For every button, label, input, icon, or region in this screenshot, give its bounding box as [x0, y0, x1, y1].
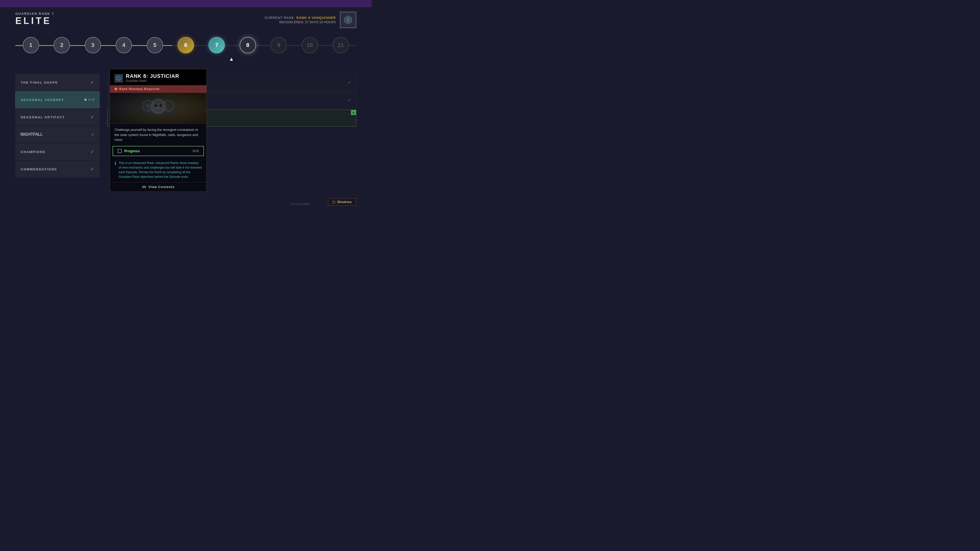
rank-badge-icon — [343, 15, 353, 25]
bottom-bar: DISCLAIMER ⬚ Dismiss — [328, 196, 356, 208]
rank-badge — [340, 12, 356, 28]
progress-label: Progress — [124, 149, 190, 153]
rank-name: ELITE — [15, 16, 54, 26]
dismiss-icon: ⬚ — [332, 200, 335, 204]
sidebar-item-nightfall-label: NIGHTFALL — [21, 132, 43, 137]
advanced-text: This is an Advanced Rank. Advanced Ranks… — [119, 161, 202, 179]
view-contents-button[interactable]: 🎮 View Contents — [142, 185, 175, 189]
rank-popup: RANK 8: JUSTICIAR Guardian Rank Rank Ren… — [110, 69, 207, 192]
dismiss-label: Dismiss — [337, 200, 352, 204]
rank-node-circle-8[interactable]: 8 — [240, 37, 256, 53]
popup-image — [110, 93, 207, 124]
popup-title-area: RANK 8: JUSTICIAR Guardian Rank — [126, 73, 179, 83]
popup-rank-subtitle: Guardian Rank — [126, 79, 179, 83]
playlist-green-corner: ⊕ — [351, 110, 356, 115]
sidebar-item-champions-label: CHAMPIONS — [21, 150, 45, 154]
rank-node-circle-6[interactable]: 6 — [178, 37, 194, 53]
rank-node-circle-10[interactable]: 10 — [302, 37, 318, 53]
sidebar-item-seasonal-artifact[interactable]: SEASONAL ARTIFACT ✓ — [15, 109, 100, 125]
sidebar-item-champions-check: ✓ — [90, 149, 94, 155]
sidebar-item-nightfall-check: ✓ — [91, 132, 94, 137]
rank-node-circle-2[interactable]: 2 — [54, 37, 70, 53]
sidebar-item-seasonal-journey-progress: 4 / 6 — [88, 98, 94, 102]
progress-checkbox — [118, 149, 122, 153]
sidebar-item-final-shape-check: ✓ — [90, 79, 94, 85]
current-rank-display: CURRENT RANK: RANK 9 VANQUISHER — [265, 16, 336, 20]
popup-shield-icon — [115, 74, 123, 83]
sidebar-item-seasonal-journey-label: SEASONAL JOURNEY — [21, 98, 64, 102]
current-rank-value: RANK 9 VANQUISHER — [296, 16, 336, 20]
svg-point-6 — [154, 104, 157, 107]
view-contents-label: View Contents — [148, 185, 175, 189]
header: GUARDIAN RANK 7 ELITE CURRENT RANK: RANK… — [0, 7, 372, 33]
rank-node-circle-4[interactable]: 4 — [116, 37, 132, 53]
rank-nodes-container: 1 2 3 4 5 6 7 8 9 10 11 — [15, 37, 356, 53]
sidebar-item-final-shape[interactable]: THE FINAL SHAPE ✓ — [15, 74, 100, 91]
view-contents-icon: 🎮 — [142, 185, 146, 189]
sidebar-item-commendations[interactable]: COMMENDATIONS ✓ — [15, 161, 100, 178]
watermark-text: DISCLAIMER — [291, 203, 310, 206]
popup-progress-section: Progress 3/16 — [113, 146, 204, 156]
sidebar-item-nightfall[interactable]: NIGHTFALL ✓ — [15, 126, 100, 143]
header-right: CURRENT RANK: RANK 9 VANQUISHER SEASON E… — [265, 12, 356, 28]
progress-count: 3/16 — [192, 149, 199, 153]
popup-advanced-notice: ℹ This is an Advanced Rank. Advanced Ran… — [110, 159, 207, 182]
current-rank-prefix: CURRENT RANK: — [265, 16, 295, 20]
popup-image-foreground — [120, 95, 197, 121]
rank-node-circle-5[interactable]: 5 — [147, 37, 163, 53]
popup-footer: 🎮 View Contents — [110, 182, 207, 192]
sidebar-item-final-shape-label: THE FINAL SHAPE — [21, 81, 58, 84]
cursor-arrow-indicator: ▲ — [229, 56, 234, 62]
sidebar-item-commendations-check: ✓ — [90, 166, 94, 172]
rank-node-circle-7[interactable]: 7 — [208, 37, 225, 53]
shield-svg-icon — [116, 75, 122, 81]
popup-rank-illustration — [120, 95, 197, 121]
sidebar-item-seasonal-artifact-check: ✓ — [90, 114, 94, 120]
rank-node-circle-11[interactable]: 11 — [332, 37, 349, 53]
rank-node-circle-9[interactable]: 9 — [270, 37, 287, 53]
popup-header: RANK 8: JUSTICIAR Guardian Rank — [110, 69, 207, 85]
renewal-bar: Rank Renewal Required — [110, 85, 207, 93]
svg-point-5 — [154, 108, 163, 113]
sidebar-item-commendations-label: COMMENDATIONS — [21, 167, 57, 171]
top-bar — [0, 0, 372, 7]
sidebar: THE FINAL SHAPE ✓ SEASONAL JOURNEY 4 / 6… — [15, 74, 100, 178]
sidebar-item-seasonal-journey[interactable]: SEASONAL JOURNEY 4 / 6 — [15, 91, 100, 108]
info-icon: ℹ — [115, 161, 116, 166]
renewal-text: Rank Renewal Required — [119, 87, 159, 91]
seasonal-journey-dot — [84, 99, 86, 101]
header-right-text: CURRENT RANK: RANK 9 VANQUISHER SEASON E… — [265, 16, 336, 24]
seasonal-challenges-check: ✓ — [348, 79, 352, 85]
rank-label: GUARDIAN RANK 7 — [15, 12, 54, 16]
popup-description: Challenge yourself by facing the stronge… — [110, 124, 207, 146]
season-ends: SEASON ENDS: 27 DAYS 10 HOURS — [265, 20, 336, 24]
popup-rank-title: RANK 8: JUSTICIAR — [126, 73, 179, 79]
rank-node-circle-1[interactable]: 1 — [23, 37, 39, 53]
svg-point-7 — [159, 104, 162, 107]
research-quests-check: ✓ — [348, 97, 352, 103]
sidebar-item-seasonal-artifact-label: SEASONAL ARTIFACT — [21, 115, 65, 119]
sidebar-item-champions[interactable]: CHAMPIONS ✓ — [15, 143, 100, 160]
rank-node-circle-3[interactable]: 3 — [85, 37, 101, 53]
header-left: GUARDIAN RANK 7 ELITE — [15, 12, 54, 26]
dismiss-button[interactable]: ⬚ Dismiss — [328, 198, 356, 206]
